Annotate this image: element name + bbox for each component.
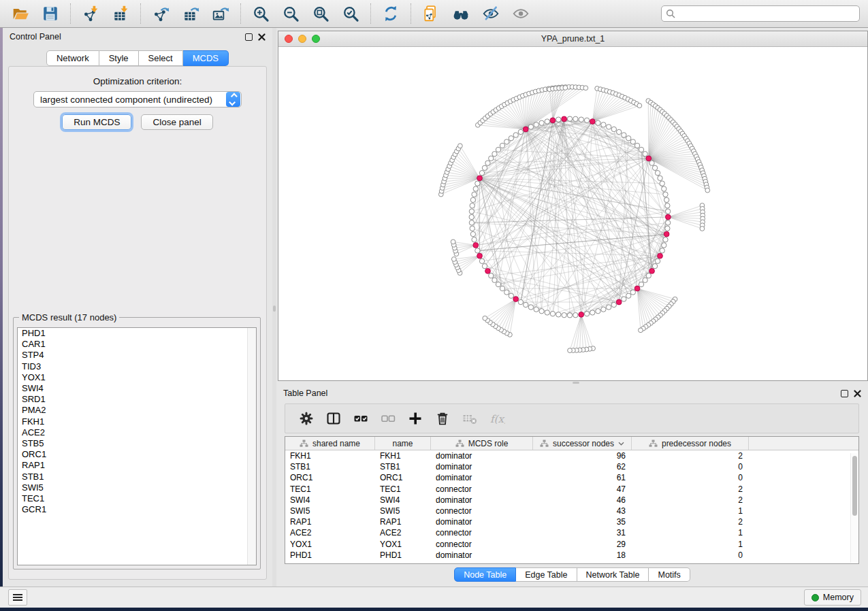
export-network-button[interactable] (150, 3, 171, 24)
save-session-button[interactable] (40, 3, 61, 24)
tab-select[interactable]: Select (139, 50, 183, 66)
table-row[interactable]: SWI5SWI5connector431 (285, 506, 858, 516)
table-scrollbar[interactable] (850, 453, 858, 563)
table-row[interactable]: ACE2ACE2connector311 (285, 527, 858, 538)
apply-layout-button[interactable] (381, 3, 401, 24)
list-item[interactable]: SWI5 (18, 482, 256, 493)
toolbar-separator (140, 3, 141, 24)
network-canvas[interactable] (278, 47, 867, 380)
memory-button[interactable]: Memory (804, 589, 861, 606)
share-document-button[interactable] (421, 3, 441, 24)
deselect-all-button[interactable] (378, 409, 398, 428)
share-document-icon (422, 5, 440, 22)
table-panel-titlebar: Table Panel (276, 384, 868, 402)
list-item[interactable]: TEC1 (18, 493, 256, 504)
memory-label: Memory (823, 593, 854, 602)
function-builder-icon: f(x) (489, 410, 505, 427)
table-toolbar: f(x) (285, 403, 859, 433)
add-column-button[interactable] (405, 409, 425, 428)
add-column-icon (407, 410, 423, 427)
table-row[interactable]: ORC1ORC1dominator610 (285, 472, 858, 483)
close-table-panel-icon[interactable] (854, 390, 861, 397)
list-item[interactable]: YOX1 (18, 372, 256, 383)
list-item[interactable]: SWI4 (18, 383, 256, 394)
select-all-button[interactable] (351, 409, 371, 428)
list-item[interactable]: PHD1 (18, 328, 256, 339)
table-row[interactable]: TEC1TEC1connector472 (285, 484, 858, 495)
tab-style[interactable]: Style (99, 50, 139, 66)
delete-column-button[interactable] (432, 409, 453, 428)
export-image-button[interactable] (210, 3, 231, 24)
list-item[interactable]: STB1 (18, 472, 256, 482)
settings-gear-button[interactable] (296, 409, 317, 428)
list-scrollbar[interactable] (247, 328, 256, 565)
tab-edge-table[interactable]: Edge Table (516, 567, 577, 582)
zoom-fit-button[interactable] (310, 3, 331, 24)
list-item[interactable]: CAR1 (18, 339, 256, 350)
select-stepper-icon (226, 92, 240, 107)
tab-node-table[interactable]: Node Table (454, 567, 516, 582)
hide-selection-button[interactable] (481, 3, 501, 24)
list-item[interactable]: SRD1 (18, 394, 256, 405)
criterion-select[interactable]: largest connected component (undirected) (33, 91, 242, 108)
tab-mcds[interactable]: MCDS (183, 50, 229, 66)
split-view-button[interactable] (323, 409, 344, 428)
task-history-button[interactable] (8, 589, 27, 606)
search-input[interactable] (675, 9, 855, 18)
table-row[interactable]: RAP1RAP1dominator352 (285, 516, 858, 527)
column-type-icon (300, 440, 308, 448)
zoom-selected-button[interactable] (340, 3, 361, 24)
import-network-button[interactable] (80, 3, 101, 24)
column-header-predecessor-nodes[interactable]: predecessor nodes (632, 437, 749, 450)
settings-gear-icon (298, 410, 315, 427)
table-row[interactable]: YOX1YOX1connector291 (285, 539, 858, 550)
table-row[interactable]: STB1STB1dominator620 (285, 461, 858, 472)
table-row[interactable]: SWI4SWI4dominator462 (285, 495, 858, 506)
list-item[interactable]: TID3 (18, 361, 256, 372)
optimization-criterion-label: Optimization criterion: (9, 76, 266, 86)
column-header-name[interactable]: name (375, 437, 431, 450)
zoom-in-button[interactable] (251, 3, 271, 24)
search-box[interactable] (661, 5, 860, 22)
column-header-shared-name[interactable]: shared name (285, 437, 375, 450)
scrollbar-thumb[interactable] (852, 456, 857, 516)
search-network-button[interactable] (451, 3, 471, 24)
list-item[interactable]: STP4 (18, 350, 256, 361)
show-all-button[interactable] (511, 3, 531, 24)
list-item[interactable]: ORC1 (18, 449, 256, 460)
tab-motifs[interactable]: Motifs (649, 567, 690, 582)
run-mcds-button[interactable]: Run MCDS (62, 114, 131, 130)
status-bar: Memory (0, 587, 868, 608)
list-item[interactable]: ACE2 (18, 427, 256, 438)
float-panel-icon[interactable] (245, 33, 253, 41)
close-panel-button[interactable]: Close panel (141, 114, 212, 130)
tab-network[interactable]: Network (46, 50, 99, 66)
import-table-icon (112, 5, 129, 22)
network-title: YPA_prune.txt_1 (278, 34, 867, 44)
toolbar-separator (240, 3, 241, 24)
zoom-out-button[interactable] (280, 3, 301, 24)
table-tabs: Node TableEdge TableNetwork TableMotifs (276, 567, 868, 582)
toolbar-separator (370, 3, 371, 24)
list-item[interactable]: FKH1 (18, 416, 256, 427)
open-file-button[interactable] (10, 3, 31, 24)
network-frame-titlebar[interactable]: YPA_prune.txt_1 (278, 31, 867, 47)
list-item[interactable]: PMA2 (18, 405, 256, 416)
float-table-panel-icon[interactable] (841, 390, 848, 397)
column-header-successor-nodes[interactable]: successor nodes (533, 437, 632, 450)
desktop: Control Panel NetworkStyleSelectMCDS Opt… (0, 0, 868, 611)
criterion-value: largest connected component (undirected) (34, 95, 226, 105)
list-item[interactable]: GCR1 (18, 504, 256, 515)
column-header-MCDS-role[interactable]: MCDS role (431, 437, 533, 450)
tab-network-table[interactable]: Network Table (577, 567, 649, 582)
save-session-icon (42, 5, 59, 22)
export-image-icon (212, 5, 229, 22)
list-item[interactable]: RAP1 (18, 460, 256, 471)
close-panel-icon[interactable] (258, 33, 266, 41)
table-row[interactable]: PHD1PHD1dominator180 (285, 550, 858, 561)
table-row[interactable]: FKH1FKH1dominator962 (285, 450, 858, 461)
import-table-button[interactable] (110, 3, 131, 24)
list-item[interactable]: STB5 (18, 438, 256, 449)
export-table-button[interactable] (180, 3, 201, 24)
mcds-result-list[interactable]: PHD1CAR1STP4TID3YOX1SWI4SRD1PMA2FKH1ACE2… (17, 327, 257, 565)
